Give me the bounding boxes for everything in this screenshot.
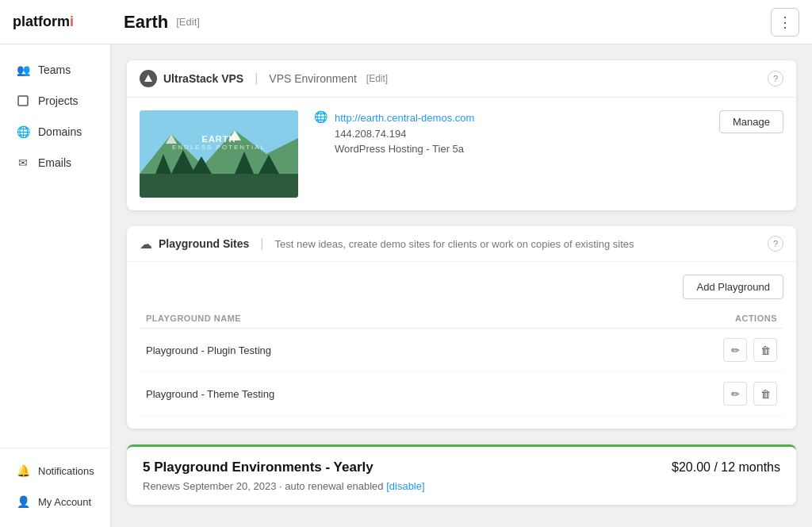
col-actions: ACTIONS xyxy=(571,309,783,329)
sidebar-item-teams[interactable]: 👥 Teams xyxy=(3,55,107,85)
layout: 👥 Teams Projects 🌐 Domains ✉ Emails 🔔 xyxy=(0,44,812,527)
sidebar-item-emails[interactable]: ✉ Emails xyxy=(3,148,107,178)
svg-marker-1 xyxy=(144,75,152,82)
sidebar-nav: 👥 Teams Projects 🌐 Domains ✉ Emails xyxy=(0,54,110,448)
vps-ip: 144.208.74.194 xyxy=(335,128,703,140)
vps-image-subtitle: ENDLESS POTENTIAL xyxy=(140,144,298,151)
promo-subtitle: Renews September 20, 2023 · auto renewal… xyxy=(143,480,780,492)
edit-icon[interactable]: ✏ xyxy=(723,382,747,406)
vps-image: EARTH ENDLESS POTENTIAL xyxy=(140,110,298,198)
vps-info: 🌐 http://earth.central-demos.com 144.208… xyxy=(314,110,703,155)
svg-rect-4 xyxy=(140,174,298,198)
promo-renew-text: Renews September 20, 2023 · auto renewal… xyxy=(143,480,384,492)
manage-button[interactable]: Manage xyxy=(719,110,783,133)
vps-card: UltraStack VPS | VPS Environment [Edit] … xyxy=(127,60,796,210)
vps-hosting: WordPress Hosting - Tier 5a xyxy=(335,143,703,155)
projects-icon xyxy=(16,94,30,108)
playground-toolbar: Add Playground xyxy=(140,275,783,299)
playground-card-header: ☁ Playground Sites | Test new ideas, cre… xyxy=(127,226,796,262)
playground-row-name: Playground - Plugin Testing xyxy=(140,329,571,372)
vps-url[interactable]: http://earth.central-demos.com xyxy=(335,112,474,124)
playground-help-icon[interactable]: ? xyxy=(768,236,783,252)
delete-icon[interactable]: 🗑 xyxy=(753,382,777,406)
vps-help-icon[interactable]: ? xyxy=(768,71,783,87)
playground-divider: | xyxy=(260,237,263,251)
delete-icon[interactable]: 🗑 xyxy=(753,338,777,362)
cloud-icon: ☁ xyxy=(140,237,152,252)
table-row: Playground - Plugin Testing ✏ 🗑 xyxy=(140,329,783,372)
vps-content: EARTH ENDLESS POTENTIAL 🌐 http://earth.c… xyxy=(127,98,796,210)
sidebar: 👥 Teams Projects 🌐 Domains ✉ Emails 🔔 xyxy=(0,44,111,527)
sidebar-item-domains[interactable]: 🌐 Domains xyxy=(3,117,107,147)
vps-card-header: UltraStack VPS | VPS Environment [Edit] … xyxy=(127,60,796,98)
vps-divider: | xyxy=(255,71,258,86)
logo-accent: i xyxy=(70,13,74,29)
promo-card: 5 Playground Environments - Yearly $20.0… xyxy=(127,444,796,505)
sidebar-label-teams: Teams xyxy=(38,63,71,76)
globe-icon: 🌐 xyxy=(314,110,328,125)
promo-header: 5 Playground Environments - Yearly $20.0… xyxy=(143,460,780,475)
page-title: Earth xyxy=(124,12,168,33)
table-row: Playground - Theme Testing ✏ 🗑 xyxy=(140,372,783,416)
add-playground-button[interactable]: Add Playground xyxy=(683,275,783,299)
playground-title: Playground Sites xyxy=(159,237,249,250)
domains-icon: 🌐 xyxy=(16,125,30,139)
vps-header-icon xyxy=(140,70,157,87)
vps-title: UltraStack VPS xyxy=(163,72,243,85)
more-button[interactable]: ⋮ xyxy=(771,8,799,37)
notifications-icon: 🔔 xyxy=(16,464,30,478)
playground-body: Add Playground PLAYGROUND NAME ACTIONS P… xyxy=(127,262,796,429)
sidebar-label-domains: Domains xyxy=(38,125,82,138)
vps-image-title: EARTH xyxy=(140,134,298,144)
sidebar-label-emails: Emails xyxy=(38,156,71,169)
emails-icon: ✉ xyxy=(16,156,30,170)
playground-row-actions: ✏ 🗑 xyxy=(571,329,783,372)
playground-table: PLAYGROUND NAME ACTIONS Playground - Plu… xyxy=(140,309,783,416)
promo-price: $20.00 / 12 months xyxy=(672,460,780,475)
vps-subtitle: VPS Environment xyxy=(269,72,357,85)
account-icon: 👤 xyxy=(16,494,30,509)
sidebar-label-account: My Account xyxy=(38,496,91,508)
col-playground-name: PLAYGROUND NAME xyxy=(140,309,571,329)
sidebar-item-my-account[interactable]: 👤 My Account xyxy=(3,487,107,517)
playground-row-actions: ✏ 🗑 xyxy=(571,372,783,416)
teams-icon: 👥 xyxy=(16,63,30,77)
main-content: UltraStack VPS | VPS Environment [Edit] … xyxy=(111,44,812,527)
edit-icon[interactable]: ✏ xyxy=(723,338,747,362)
top-bar: platformi Earth [Edit] ⋮ xyxy=(0,0,812,44)
page-title-edit-link[interactable]: [Edit] xyxy=(176,16,200,28)
vps-url-row: 🌐 http://earth.central-demos.com xyxy=(314,110,703,125)
sidebar-label-notifications: Notifications xyxy=(38,465,94,477)
page-title-area: Earth [Edit] xyxy=(124,12,771,33)
logo-text: platform xyxy=(13,13,70,29)
vps-image-overlay: EARTH ENDLESS POTENTIAL xyxy=(140,134,298,151)
vps-edit-link[interactable]: [Edit] xyxy=(366,73,388,84)
playground-card: ☁ Playground Sites | Test new ideas, cre… xyxy=(127,226,796,429)
sidebar-label-projects: Projects xyxy=(38,94,79,107)
playground-row-name: Playground - Theme Testing xyxy=(140,372,571,416)
logo: platformi xyxy=(13,13,124,30)
promo-disable-link[interactable]: [disable] xyxy=(386,480,424,492)
sidebar-item-notifications[interactable]: 🔔 Notifications xyxy=(3,456,107,486)
sidebar-bottom: 🔔 Notifications 👤 My Account xyxy=(0,448,110,517)
promo-title: 5 Playground Environments - Yearly xyxy=(143,460,373,475)
svg-rect-0 xyxy=(18,96,28,106)
sidebar-item-projects[interactable]: Projects xyxy=(3,86,107,116)
playground-description: Test new ideas, create demo sites for cl… xyxy=(275,238,634,250)
